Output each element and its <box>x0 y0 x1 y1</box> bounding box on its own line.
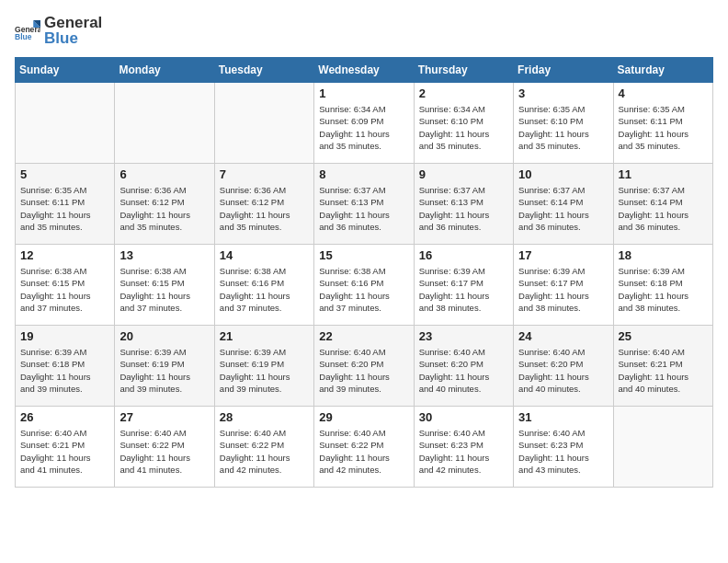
weekday-header-sunday: Sunday <box>16 58 115 83</box>
day-number: 11 <box>619 167 708 181</box>
weekday-header-row: SundayMondayTuesdayWednesdayThursdayFrid… <box>16 58 713 83</box>
calendar-cell: 10Sunrise: 6:37 AM Sunset: 6:14 PM Dayli… <box>514 164 613 245</box>
day-info: Sunrise: 6:39 AM Sunset: 6:17 PM Dayligh… <box>518 265 608 314</box>
calendar-cell <box>16 83 115 164</box>
calendar-cell: 6Sunrise: 6:36 AM Sunset: 6:12 PM Daylig… <box>115 164 214 245</box>
day-number: 8 <box>319 167 408 181</box>
svg-text:Blue: Blue <box>15 32 32 41</box>
calendar-cell: 8Sunrise: 6:37 AM Sunset: 6:13 PM Daylig… <box>314 164 414 245</box>
weekday-header-wednesday: Wednesday <box>314 58 414 83</box>
calendar-cell: 31Sunrise: 6:40 AM Sunset: 6:23 PM Dayli… <box>514 407 613 488</box>
calendar-week-row: 26Sunrise: 6:40 AM Sunset: 6:21 PM Dayli… <box>16 407 713 488</box>
day-info: Sunrise: 6:38 AM Sunset: 6:15 PM Dayligh… <box>119 265 209 314</box>
calendar-cell: 19Sunrise: 6:39 AM Sunset: 6:18 PM Dayli… <box>16 326 115 407</box>
day-info: Sunrise: 6:39 AM Sunset: 6:18 PM Dayligh… <box>20 346 109 395</box>
day-info: Sunrise: 6:34 AM Sunset: 6:10 PM Dayligh… <box>419 103 508 152</box>
day-info: Sunrise: 6:40 AM Sunset: 6:22 PM Dayligh… <box>119 427 209 476</box>
day-info: Sunrise: 6:36 AM Sunset: 6:12 PM Dayligh… <box>220 184 309 233</box>
day-number: 24 <box>518 329 608 343</box>
calendar-cell: 20Sunrise: 6:39 AM Sunset: 6:19 PM Dayli… <box>115 326 214 407</box>
day-info: Sunrise: 6:36 AM Sunset: 6:12 PM Dayligh… <box>119 184 209 233</box>
calendar-week-row: 5Sunrise: 6:35 AM Sunset: 6:11 PM Daylig… <box>16 164 713 245</box>
calendar-cell: 4Sunrise: 6:35 AM Sunset: 6:11 PM Daylig… <box>613 83 712 164</box>
day-number: 19 <box>20 329 109 343</box>
weekday-header-thursday: Thursday <box>414 58 513 83</box>
weekday-header-monday: Monday <box>115 58 214 83</box>
calendar-cell <box>613 407 712 488</box>
calendar-cell: 9Sunrise: 6:37 AM Sunset: 6:13 PM Daylig… <box>414 164 513 245</box>
day-number: 5 <box>20 167 109 181</box>
calendar-cell: 16Sunrise: 6:39 AM Sunset: 6:17 PM Dayli… <box>414 245 513 326</box>
day-number: 28 <box>220 410 309 424</box>
day-info: Sunrise: 6:37 AM Sunset: 6:13 PM Dayligh… <box>319 184 408 233</box>
day-number: 1 <box>319 86 408 100</box>
day-number: 7 <box>220 167 309 181</box>
day-info: Sunrise: 6:40 AM Sunset: 6:23 PM Dayligh… <box>419 427 508 476</box>
calendar-week-row: 12Sunrise: 6:38 AM Sunset: 6:15 PM Dayli… <box>16 245 713 326</box>
calendar-cell: 18Sunrise: 6:39 AM Sunset: 6:18 PM Dayli… <box>613 245 712 326</box>
day-info: Sunrise: 6:40 AM Sunset: 6:20 PM Dayligh… <box>419 346 508 395</box>
day-number: 9 <box>419 167 508 181</box>
day-number: 18 <box>619 248 708 262</box>
day-info: Sunrise: 6:40 AM Sunset: 6:22 PM Dayligh… <box>319 427 408 476</box>
calendar-cell: 27Sunrise: 6:40 AM Sunset: 6:22 PM Dayli… <box>115 407 214 488</box>
calendar-cell: 3Sunrise: 6:35 AM Sunset: 6:10 PM Daylig… <box>514 83 613 164</box>
calendar-cell: 5Sunrise: 6:35 AM Sunset: 6:11 PM Daylig… <box>16 164 115 245</box>
calendar-week-row: 19Sunrise: 6:39 AM Sunset: 6:18 PM Dayli… <box>16 326 713 407</box>
calendar-cell: 28Sunrise: 6:40 AM Sunset: 6:22 PM Dayli… <box>214 407 313 488</box>
day-info: Sunrise: 6:35 AM Sunset: 6:11 PM Dayligh… <box>20 184 109 233</box>
calendar-cell: 12Sunrise: 6:38 AM Sunset: 6:15 PM Dayli… <box>16 245 115 326</box>
calendar-cell: 17Sunrise: 6:39 AM Sunset: 6:17 PM Dayli… <box>514 245 613 326</box>
day-info: Sunrise: 6:38 AM Sunset: 6:16 PM Dayligh… <box>319 265 408 314</box>
day-number: 15 <box>319 248 408 262</box>
calendar-cell: 15Sunrise: 6:38 AM Sunset: 6:16 PM Dayli… <box>314 245 414 326</box>
page-header: General Blue General Blue <box>15 15 713 46</box>
day-number: 22 <box>319 329 408 343</box>
calendar-cell: 22Sunrise: 6:40 AM Sunset: 6:20 PM Dayli… <box>314 326 414 407</box>
day-number: 23 <box>419 329 508 343</box>
day-info: Sunrise: 6:35 AM Sunset: 6:10 PM Dayligh… <box>518 103 608 152</box>
day-info: Sunrise: 6:40 AM Sunset: 6:21 PM Dayligh… <box>619 346 708 395</box>
day-number: 6 <box>119 167 209 181</box>
weekday-header-friday: Friday <box>514 58 613 83</box>
calendar-cell: 29Sunrise: 6:40 AM Sunset: 6:22 PM Dayli… <box>314 407 414 488</box>
day-info: Sunrise: 6:34 AM Sunset: 6:09 PM Dayligh… <box>319 103 408 152</box>
calendar-cell: 26Sunrise: 6:40 AM Sunset: 6:21 PM Dayli… <box>16 407 115 488</box>
calendar-cell: 21Sunrise: 6:39 AM Sunset: 6:19 PM Dayli… <box>214 326 313 407</box>
day-info: Sunrise: 6:38 AM Sunset: 6:15 PM Dayligh… <box>20 265 109 314</box>
calendar-cell: 7Sunrise: 6:36 AM Sunset: 6:12 PM Daylig… <box>214 164 313 245</box>
calendar-cell: 13Sunrise: 6:38 AM Sunset: 6:15 PM Dayli… <box>115 245 214 326</box>
day-number: 27 <box>119 410 209 424</box>
day-info: Sunrise: 6:39 AM Sunset: 6:18 PM Dayligh… <box>619 265 708 314</box>
weekday-header-saturday: Saturday <box>613 58 712 83</box>
day-number: 12 <box>20 248 109 262</box>
day-number: 16 <box>419 248 508 262</box>
day-number: 3 <box>518 86 608 100</box>
logo: General Blue General Blue <box>15 15 102 46</box>
day-info: Sunrise: 6:40 AM Sunset: 6:22 PM Dayligh… <box>220 427 309 476</box>
day-info: Sunrise: 6:40 AM Sunset: 6:20 PM Dayligh… <box>319 346 408 395</box>
day-info: Sunrise: 6:39 AM Sunset: 6:19 PM Dayligh… <box>119 346 209 395</box>
day-info: Sunrise: 6:37 AM Sunset: 6:13 PM Dayligh… <box>419 184 508 233</box>
day-number: 10 <box>518 167 608 181</box>
day-number: 30 <box>419 410 508 424</box>
day-number: 2 <box>419 86 508 100</box>
calendar-cell: 24Sunrise: 6:40 AM Sunset: 6:20 PM Dayli… <box>514 326 613 407</box>
day-info: Sunrise: 6:40 AM Sunset: 6:21 PM Dayligh… <box>20 427 109 476</box>
calendar-cell: 2Sunrise: 6:34 AM Sunset: 6:10 PM Daylig… <box>414 83 513 164</box>
day-number: 29 <box>319 410 408 424</box>
calendar-table: SundayMondayTuesdayWednesdayThursdayFrid… <box>15 57 713 488</box>
calendar-week-row: 1Sunrise: 6:34 AM Sunset: 6:09 PM Daylig… <box>16 83 713 164</box>
day-info: Sunrise: 6:40 AM Sunset: 6:23 PM Dayligh… <box>518 427 608 476</box>
day-info: Sunrise: 6:40 AM Sunset: 6:20 PM Dayligh… <box>518 346 608 395</box>
day-info: Sunrise: 6:37 AM Sunset: 6:14 PM Dayligh… <box>518 184 608 233</box>
day-number: 31 <box>518 410 608 424</box>
day-info: Sunrise: 6:38 AM Sunset: 6:16 PM Dayligh… <box>220 265 309 314</box>
day-number: 26 <box>20 410 109 424</box>
day-number: 17 <box>518 248 608 262</box>
day-info: Sunrise: 6:35 AM Sunset: 6:11 PM Dayligh… <box>619 103 708 152</box>
calendar-cell: 25Sunrise: 6:40 AM Sunset: 6:21 PM Dayli… <box>613 326 712 407</box>
calendar-cell: 14Sunrise: 6:38 AM Sunset: 6:16 PM Dayli… <box>214 245 313 326</box>
day-number: 20 <box>119 329 209 343</box>
calendar-cell <box>214 83 313 164</box>
